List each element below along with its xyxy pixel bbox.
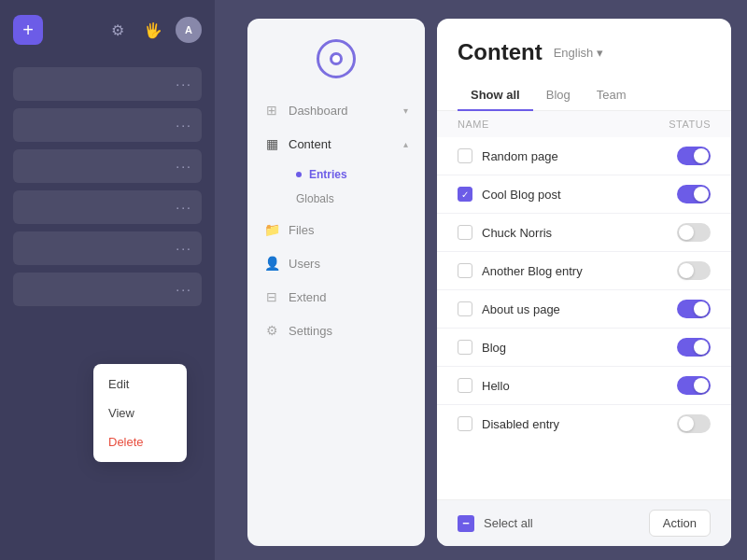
nav-dashboard-label: Dashboard bbox=[289, 104, 348, 118]
entry-checkbox[interactable] bbox=[458, 225, 472, 240]
entry-toggle[interactable] bbox=[677, 147, 711, 165]
users-icon: 👤 bbox=[264, 256, 279, 271]
entry-toggle[interactable] bbox=[677, 185, 711, 203]
files-icon: 📁 bbox=[264, 222, 279, 237]
entry-name: Another Blog entry bbox=[482, 264, 668, 278]
language-selector[interactable]: English ▾ bbox=[554, 46, 604, 60]
toggle-knob bbox=[694, 187, 709, 202]
tabs: Show all Blog Team bbox=[437, 80, 731, 111]
chevron-down-icon: ▾ bbox=[403, 105, 408, 116]
nav-content-label: Content bbox=[289, 137, 331, 151]
toggle-knob bbox=[694, 148, 709, 163]
table-row: Random page bbox=[437, 137, 731, 175]
entry-toggle[interactable] bbox=[677, 300, 711, 318]
entry-name: Blog bbox=[482, 341, 668, 355]
context-delete[interactable]: Delete bbox=[93, 427, 187, 456]
card-4-menu[interactable]: ··· bbox=[176, 200, 192, 215]
main-header: Content English ▾ bbox=[437, 19, 731, 65]
logo bbox=[247, 19, 425, 93]
entry-toggle[interactable] bbox=[677, 261, 711, 280]
entry-checkbox[interactable] bbox=[458, 187, 472, 202]
context-edit[interactable]: Edit bbox=[93, 370, 187, 399]
nav-files[interactable]: 📁 Files bbox=[247, 213, 425, 246]
col-status: Status bbox=[655, 119, 711, 130]
left-panel-top: + ⚙ 🖐 A bbox=[0, 0, 215, 60]
add-button[interactable]: + bbox=[13, 15, 43, 45]
logo-circle bbox=[317, 39, 356, 78]
extend-icon: ⊟ bbox=[264, 289, 279, 304]
nav-content[interactable]: ▦ Content ▴ bbox=[247, 127, 425, 161]
table-row: Chuck Norris bbox=[437, 214, 731, 252]
card-1: ··· bbox=[13, 67, 202, 101]
table-row: Disabled entry bbox=[437, 405, 731, 442]
main-content: Content English ▾ Show all Blog Team Nam… bbox=[437, 19, 731, 546]
table-header: Name Status bbox=[437, 111, 731, 137]
chevron-up-icon: ▴ bbox=[403, 139, 408, 149]
tab-team[interactable]: Team bbox=[584, 80, 640, 111]
avatar[interactable]: A bbox=[176, 17, 202, 43]
page-title: Content bbox=[458, 39, 543, 65]
card-6: ··· bbox=[13, 273, 202, 306]
card-4: ··· bbox=[13, 190, 202, 224]
active-dot bbox=[296, 172, 302, 177]
tab-show-all[interactable]: Show all bbox=[458, 80, 533, 111]
entry-toggle[interactable] bbox=[677, 338, 711, 357]
toggle-knob bbox=[679, 225, 694, 240]
entry-name: Random page bbox=[482, 149, 668, 163]
context-menu: Edit View Delete bbox=[93, 364, 187, 462]
toggle-knob bbox=[694, 301, 709, 316]
entry-name: Cool Blog post bbox=[482, 188, 668, 202]
entry-checkbox[interactable] bbox=[458, 340, 472, 355]
nav-users-label: Users bbox=[289, 257, 320, 271]
left-panel: + ⚙ 🖐 A ··· ··· ··· ··· ··· ··· Edit Vie… bbox=[0, 0, 215, 560]
content-icon: ▦ bbox=[264, 136, 279, 151]
settings-icon[interactable]: ⚙ bbox=[105, 17, 131, 43]
entry-checkbox[interactable] bbox=[458, 148, 472, 163]
language-label: English bbox=[554, 46, 594, 60]
nav-dashboard[interactable]: ⊞ Dashboard ▾ bbox=[247, 93, 425, 127]
cards-area: ··· ··· ··· ··· ··· ··· bbox=[0, 60, 215, 314]
table-row: Blog bbox=[437, 329, 731, 367]
nav-settings[interactable]: ⚙ Settings bbox=[247, 314, 425, 347]
card-3-menu[interactable]: ··· bbox=[176, 159, 192, 174]
content-subnav: Entries Globals bbox=[247, 161, 425, 213]
tab-blog[interactable]: Blog bbox=[533, 80, 584, 111]
entry-checkbox[interactable] bbox=[458, 263, 472, 278]
entry-toggle[interactable] bbox=[677, 414, 711, 433]
toggle-knob bbox=[679, 416, 694, 431]
table-row: Cool Blog post bbox=[437, 175, 731, 214]
table-row: About us page bbox=[437, 290, 731, 329]
entries-list: Random page Cool Blog post Chuck Norris … bbox=[437, 137, 731, 442]
context-view[interactable]: View bbox=[93, 399, 187, 427]
card-2: ··· bbox=[13, 108, 202, 142]
card-2-menu[interactable]: ··· bbox=[176, 118, 192, 133]
card-1-menu[interactable]: ··· bbox=[176, 77, 192, 91]
select-all-label: Select all bbox=[484, 516, 640, 530]
nav-users[interactable]: 👤 Users bbox=[247, 246, 425, 280]
bottom-bar: Select all Action bbox=[437, 499, 731, 546]
table-row: Another Blog entry bbox=[437, 252, 731, 290]
col-name: Name bbox=[458, 119, 655, 130]
action-button[interactable]: Action bbox=[649, 510, 711, 537]
entry-checkbox[interactable] bbox=[458, 378, 472, 393]
card-5-menu[interactable]: ··· bbox=[176, 241, 192, 256]
nav-extend-label: Extend bbox=[289, 290, 326, 304]
subnav-globals[interactable]: Globals bbox=[289, 187, 425, 211]
select-all-checkbox[interactable] bbox=[458, 515, 474, 532]
help-icon[interactable]: 🖐 bbox=[140, 17, 166, 43]
entry-toggle[interactable] bbox=[677, 223, 711, 242]
card-6-menu[interactable]: ··· bbox=[176, 282, 192, 297]
entry-checkbox[interactable] bbox=[458, 416, 472, 431]
subnav-entries[interactable]: Entries bbox=[289, 162, 425, 187]
entry-name: Hello bbox=[482, 379, 668, 393]
entry-name: Disabled entry bbox=[482, 417, 668, 431]
toggle-knob bbox=[694, 340, 709, 355]
entry-toggle[interactable] bbox=[677, 376, 711, 395]
dashboard-icon: ⊞ bbox=[264, 103, 279, 118]
nav-extend[interactable]: ⊟ Extend bbox=[247, 280, 425, 314]
toggle-knob bbox=[679, 263, 694, 278]
card-5: ··· bbox=[13, 231, 202, 265]
entry-checkbox[interactable] bbox=[458, 301, 472, 316]
toggle-knob bbox=[694, 378, 709, 393]
nav-settings-icon: ⚙ bbox=[264, 323, 279, 338]
